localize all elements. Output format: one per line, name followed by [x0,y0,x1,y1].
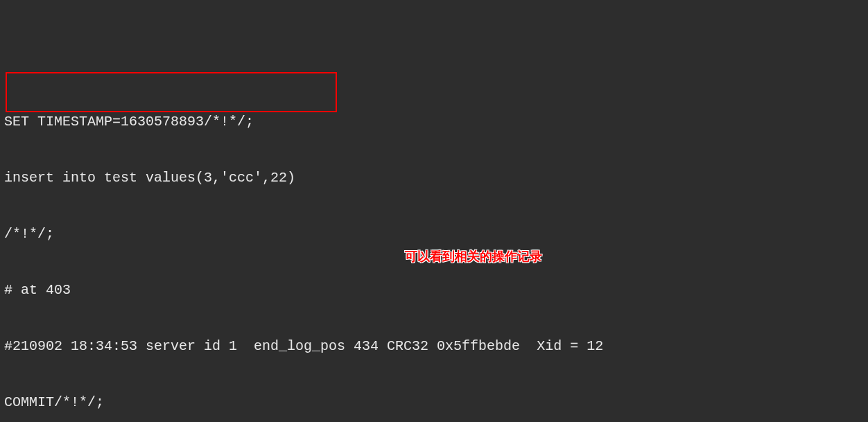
log-line: /*!*/; [4,225,864,243]
log-line: #210902 18:34:53 server id 1 end_log_pos… [4,337,864,355]
log-line: SET TIMESTAMP=1630578893/*!*/; [4,112,864,131]
terminal-output: SET TIMESTAMP=1630578893/*!*/; insert in… [4,75,864,422]
annotation-text: 可以看到相关的操作记录 [405,248,542,265]
log-line: # at 403 [4,281,864,299]
log-line: COMMIT/*!*/; [4,393,864,412]
highlight-box-1 [6,72,337,112]
log-line: insert into test values(3,'ccc',22) [4,168,864,187]
